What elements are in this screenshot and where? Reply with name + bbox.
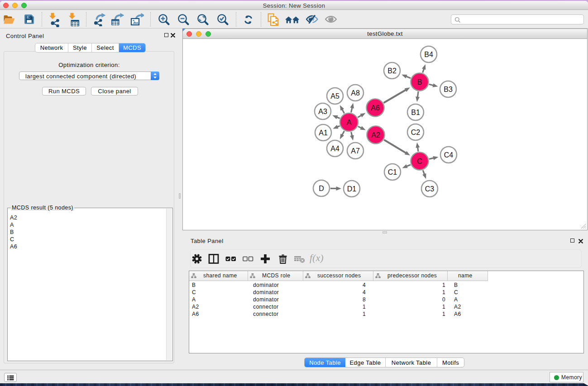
svg-text:A2: A2: [371, 131, 380, 139]
svg-text:A5: A5: [330, 92, 339, 100]
svg-text:B1: B1: [411, 109, 420, 116]
svg-text:B: B: [417, 78, 422, 86]
svg-text:A3: A3: [318, 108, 327, 115]
svg-text:B2: B2: [387, 67, 397, 75]
svg-text:A6: A6: [371, 104, 380, 112]
svg-text:A1: A1: [319, 129, 328, 137]
svg-text:C: C: [417, 157, 422, 165]
svg-text:B4: B4: [424, 51, 433, 58]
svg-text:A4: A4: [330, 145, 339, 152]
svg-text:A7: A7: [351, 147, 360, 155]
svg-text:C2: C2: [411, 129, 421, 136]
svg-text:A: A: [347, 119, 352, 126]
svg-text:C4: C4: [444, 151, 454, 159]
svg-text:C1: C1: [388, 168, 397, 176]
svg-text:B3: B3: [444, 86, 453, 93]
svg-text:A8: A8: [351, 89, 360, 97]
svg-text:D1: D1: [347, 185, 357, 193]
svg-text:D: D: [319, 185, 324, 192]
svg-text:C3: C3: [425, 185, 435, 193]
